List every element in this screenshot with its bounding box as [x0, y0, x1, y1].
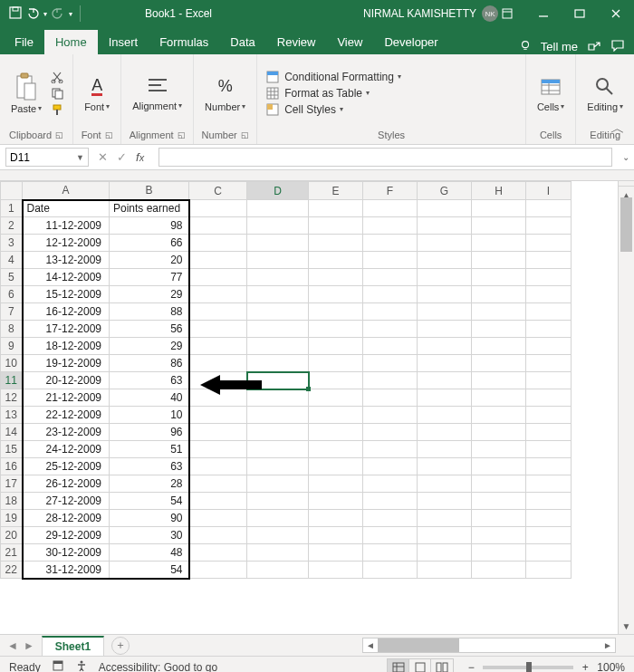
- cell-E19[interactable]: [309, 510, 363, 527]
- cell-B20[interactable]: 30: [110, 527, 189, 544]
- cell-A17[interactable]: 26-12-2009: [23, 475, 110, 493]
- cell-G19[interactable]: [418, 510, 472, 527]
- row-header-11[interactable]: 11: [1, 372, 23, 389]
- cell-D22[interactable]: [247, 562, 309, 579]
- cell-C8[interactable]: [189, 321, 247, 338]
- cell-F14[interactable]: [363, 424, 418, 441]
- cell-F2[interactable]: [363, 217, 418, 235]
- cell-F22[interactable]: [363, 562, 418, 579]
- cell-I11[interactable]: [526, 372, 572, 389]
- cell-I10[interactable]: [526, 355, 572, 372]
- cell-I14[interactable]: [526, 424, 572, 441]
- page-break-view-icon[interactable]: [431, 659, 453, 672]
- cell-A18[interactable]: 27-12-2009: [23, 493, 110, 510]
- cell-F12[interactable]: [363, 389, 418, 407]
- cell-E16[interactable]: [309, 458, 363, 475]
- horizontal-scroll-thumb[interactable]: [378, 638, 459, 652]
- cell-G11[interactable]: [418, 372, 472, 389]
- cell-E2[interactable]: [309, 217, 363, 235]
- qat-customize-icon[interactable]: ▾: [69, 10, 72, 18]
- cell-D15[interactable]: [247, 441, 309, 458]
- cell-C17[interactable]: [189, 475, 247, 493]
- account-area[interactable]: NIRMAL KAMISHETTY NK: [363, 5, 498, 22]
- zoom-slider-knob[interactable]: [526, 662, 532, 673]
- maximize-icon[interactable]: [562, 0, 598, 27]
- accessibility-icon[interactable]: [75, 659, 88, 672]
- sheet-nav-next-icon[interactable]: ►: [22, 639, 36, 652]
- macro-record-icon[interactable]: [52, 659, 64, 672]
- tab-home[interactable]: Home: [44, 30, 98, 54]
- add-sheet-button[interactable]: ＋: [111, 637, 130, 655]
- formula-input[interactable]: [158, 148, 612, 167]
- cell-G10[interactable]: [418, 355, 472, 372]
- cell-G12[interactable]: [418, 389, 472, 407]
- cell-E18[interactable]: [309, 493, 363, 510]
- collapse-ribbon-icon[interactable]: ︿: [610, 120, 625, 139]
- column-header-A[interactable]: A: [23, 182, 110, 200]
- scroll-down-icon[interactable]: ▼: [619, 618, 634, 634]
- cell-G1[interactable]: [418, 200, 472, 217]
- cell-H7[interactable]: [472, 303, 526, 321]
- scroll-left-icon[interactable]: ◄: [363, 640, 378, 650]
- cell-H19[interactable]: [472, 510, 526, 527]
- cell-D5[interactable]: [247, 269, 309, 286]
- cell-E9[interactable]: [309, 338, 363, 355]
- editing-button[interactable]: Editing▾: [583, 72, 627, 114]
- tab-insert[interactable]: Insert: [98, 30, 149, 54]
- cell-I9[interactable]: [526, 338, 572, 355]
- cell-I1[interactable]: [526, 200, 572, 217]
- cell-I16[interactable]: [526, 458, 572, 475]
- cell-F19[interactable]: [363, 510, 418, 527]
- cell-D13[interactable]: [247, 407, 309, 424]
- cell-A3[interactable]: 12-12-2009: [23, 235, 110, 252]
- cell-H18[interactable]: [472, 493, 526, 510]
- zoom-out-button[interactable]: −: [465, 661, 477, 673]
- cell-E17[interactable]: [309, 475, 363, 493]
- cell-I12[interactable]: [526, 389, 572, 407]
- cell-D9[interactable]: [247, 338, 309, 355]
- number-launcher-icon[interactable]: ◱: [241, 130, 249, 139]
- font-button[interactable]: A Font▾: [81, 72, 113, 114]
- cell-B17[interactable]: 28: [110, 475, 189, 493]
- row-header-8[interactable]: 8: [1, 321, 23, 338]
- expand-formula-bar-icon[interactable]: ⌄: [618, 145, 634, 169]
- cell-G2[interactable]: [418, 217, 472, 235]
- cell-B19[interactable]: 90: [110, 510, 189, 527]
- cell-H22[interactable]: [472, 562, 526, 579]
- cell-A21[interactable]: 30-12-2009: [23, 544, 110, 562]
- row-header-4[interactable]: 4: [1, 252, 23, 269]
- cell-H21[interactable]: [472, 544, 526, 562]
- column-header-H[interactable]: H: [472, 182, 526, 200]
- cell-D20[interactable]: [247, 527, 309, 544]
- cell-F9[interactable]: [363, 338, 418, 355]
- cell-G7[interactable]: [418, 303, 472, 321]
- undo-dropdown-icon[interactable]: ▾: [43, 10, 47, 18]
- cell-C19[interactable]: [189, 510, 247, 527]
- cell-D4[interactable]: [247, 252, 309, 269]
- row-header-5[interactable]: 5: [1, 269, 23, 286]
- row-header-13[interactable]: 13: [1, 407, 23, 424]
- cell-E1[interactable]: [309, 200, 363, 217]
- cells-button[interactable]: Cells▾: [533, 72, 568, 114]
- cell-G9[interactable]: [418, 338, 472, 355]
- cell-B12[interactable]: 40: [110, 389, 189, 407]
- cell-E6[interactable]: [309, 286, 363, 303]
- cell-I15[interactable]: [526, 441, 572, 458]
- cell-D10[interactable]: [247, 355, 309, 372]
- cell-C6[interactable]: [189, 286, 247, 303]
- cell-H16[interactable]: [472, 458, 526, 475]
- cell-B21[interactable]: 48: [110, 544, 189, 562]
- cell-B8[interactable]: 56: [110, 321, 189, 338]
- cell-B18[interactable]: 54: [110, 493, 189, 510]
- undo-icon[interactable]: [25, 6, 40, 22]
- cell-G17[interactable]: [418, 475, 472, 493]
- ribbon-options-icon[interactable]: [489, 0, 525, 27]
- cut-icon[interactable]: [51, 71, 65, 83]
- cell-B14[interactable]: 96: [110, 424, 189, 441]
- cell-I20[interactable]: [526, 527, 572, 544]
- cell-G18[interactable]: [418, 493, 472, 510]
- row-header-21[interactable]: 21: [1, 544, 23, 562]
- cell-H3[interactable]: [472, 235, 526, 252]
- sheet-tab-sheet1[interactable]: Sheet1: [42, 636, 104, 656]
- cell-H17[interactable]: [472, 475, 526, 493]
